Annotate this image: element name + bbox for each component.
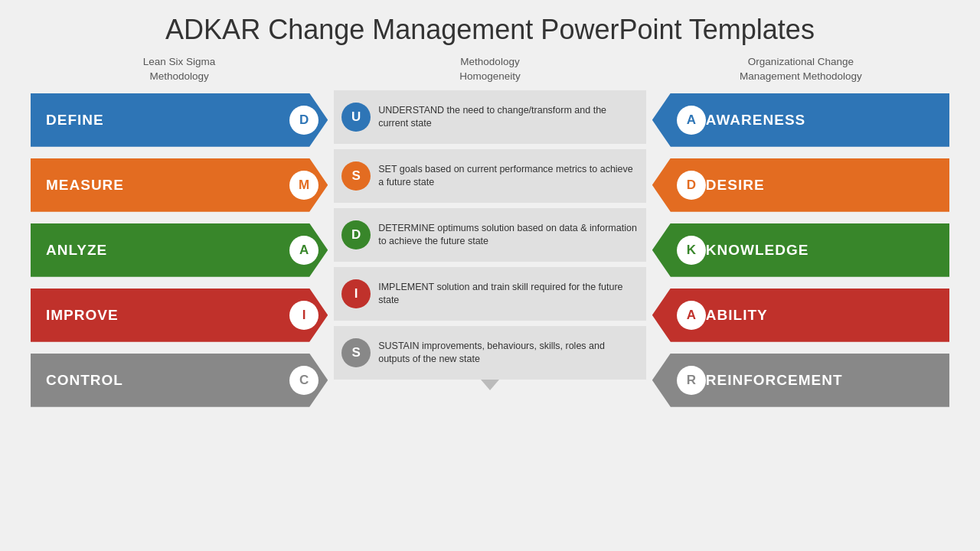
- mid-text-0: UNDERSTAND the need to change/transform …: [378, 104, 639, 130]
- mid-column: MethodologyHomogeneity UUNDERSTAND the n…: [334, 55, 646, 543]
- mid-col-header: MethodologyHomogeneity: [334, 55, 646, 84]
- right-badge-1: D: [677, 171, 706, 200]
- right-badge-3: A: [677, 301, 706, 330]
- left-row-1: MEASUREM: [31, 155, 328, 215]
- right-row-2: KKNOWLEDGE: [652, 220, 949, 280]
- mid-text-2: DETERMINE optimums solution based on dat…: [378, 222, 639, 248]
- right-chevron-1: DDESIRE: [652, 158, 949, 212]
- left-badge-0: D: [289, 106, 318, 135]
- right-chevron-3: AABILITY: [652, 289, 949, 342]
- left-label-1: MEASURE: [46, 177, 289, 194]
- left-chevron-2: ANLYZEA: [31, 223, 328, 277]
- right-row-1: DDESIRE: [652, 155, 949, 215]
- right-label-2: KNOWLEDGE: [706, 242, 934, 259]
- right-badge-0: A: [677, 106, 706, 135]
- right-label-1: DESIRE: [706, 177, 934, 194]
- main-layout: Lean Six SigmaMethodology DEFINEDMEASURE…: [31, 55, 949, 543]
- left-label-2: ANLYZE: [46, 242, 289, 259]
- mid-circle-4: S: [341, 338, 371, 367]
- right-chevron-2: KKNOWLEDGE: [652, 223, 949, 277]
- right-label-0: AWARENESS: [706, 112, 934, 129]
- right-row-0: AAWARENESS: [652, 90, 949, 150]
- mid-row-2: DDETERMINE optimums solution based on da…: [334, 208, 646, 262]
- left-chevron-3: IMPROVEI: [31, 289, 328, 342]
- right-col-header: Organizational ChangeManagement Methodol…: [652, 55, 949, 84]
- right-chevron-4: RREINFORCEMENT: [652, 354, 949, 407]
- right-row-4: RREINFORCEMENT: [652, 350, 949, 410]
- mid-row-3: IIMPLEMENT solution and train skill requ…: [334, 267, 646, 321]
- left-badge-4: C: [289, 366, 318, 395]
- mid-text-3: IMPLEMENT solution and train skill requi…: [378, 281, 639, 307]
- right-label-4: REINFORCEMENT: [706, 372, 934, 389]
- mid-circle-3: I: [341, 279, 371, 308]
- left-label-3: IMPROVE: [46, 307, 289, 324]
- right-row-3: AABILITY: [652, 285, 949, 345]
- mid-circle-0: U: [341, 103, 371, 132]
- right-column: Organizational ChangeManagement Methodol…: [652, 55, 949, 543]
- mid-circle-2: D: [341, 220, 371, 249]
- mid-row-1: SSET goals based on current performance …: [334, 149, 646, 203]
- mid-text-1: SET goals based on current performance m…: [378, 163, 639, 189]
- mid-row-0: UUNDERSTAND the need to change/transform…: [334, 90, 646, 144]
- left-row-2: ANLYZEA: [31, 220, 328, 280]
- left-column: Lean Six SigmaMethodology DEFINEDMEASURE…: [31, 55, 328, 543]
- right-chevron-0: AAWARENESS: [652, 93, 949, 147]
- left-label-4: CONTROL: [46, 372, 289, 389]
- mid-text-4: SUSTAIN improvements, behaviours, skills…: [378, 340, 639, 366]
- left-chevron-1: MEASUREM: [31, 158, 328, 212]
- mid-row-4: SSUSTAIN improvements, behaviours, skill…: [334, 326, 646, 380]
- right-badge-4: R: [677, 366, 706, 395]
- left-row-0: DEFINED: [31, 90, 328, 150]
- left-badge-1: M: [289, 171, 318, 200]
- page-title: ADKAR Change Management PowerPoint Templ…: [31, 14, 949, 46]
- left-chevron-4: CONTROLC: [31, 354, 328, 407]
- right-badge-2: K: [677, 236, 706, 265]
- left-badge-3: I: [289, 301, 318, 330]
- left-col-header: Lean Six SigmaMethodology: [31, 55, 328, 84]
- left-badge-2: A: [289, 236, 318, 265]
- left-row-4: CONTROLC: [31, 350, 328, 410]
- left-row-3: IMPROVEI: [31, 285, 328, 345]
- left-label-0: DEFINE: [46, 112, 289, 129]
- right-label-3: ABILITY: [706, 307, 934, 324]
- left-chevron-0: DEFINED: [31, 93, 328, 147]
- mid-circle-1: S: [341, 161, 371, 191]
